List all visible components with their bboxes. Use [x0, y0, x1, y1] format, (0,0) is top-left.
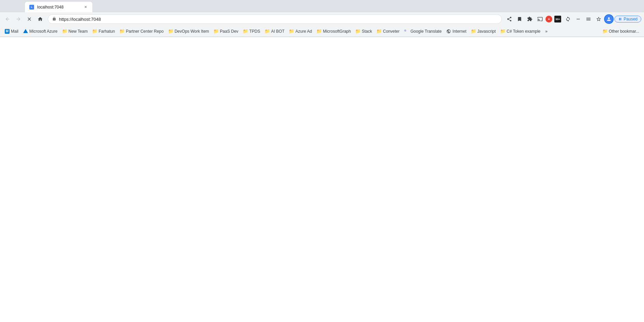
cast-button[interactable]	[535, 14, 545, 24]
azure-favicon	[23, 29, 28, 34]
farhatun-folder-icon: 📁	[92, 29, 97, 34]
bookmarks-bar: M Mail Microsoft Azure 📁 New Team 📁	[0, 26, 644, 37]
mail-favicon: M	[5, 29, 10, 34]
overflow-chevron: »	[545, 29, 548, 34]
bookmark-mail[interactable]: M Mail	[3, 27, 20, 35]
bookmark-stack[interactable]: 📁 Stack	[354, 27, 374, 35]
bookmark-tpds-label: TPDS	[249, 29, 260, 34]
profile-button[interactable]	[604, 14, 614, 24]
bookmark-button[interactable]	[515, 14, 524, 24]
back-button[interactable]	[3, 14, 12, 24]
bookmark-devops-work-item[interactable]: 📁 DevOps Work Item	[166, 27, 211, 35]
share-button[interactable]	[505, 14, 514, 24]
bookmark-farhatun-label: Farhatun	[99, 29, 115, 34]
nav-actions: ● 99+	[505, 14, 641, 24]
bookmark-paas-label: PaaS Dev	[220, 29, 238, 34]
devops-folder-icon: 📁	[168, 29, 173, 34]
bookmark-stack-label: Stack	[362, 29, 372, 34]
bookmark-mail-label: Mail	[11, 29, 18, 34]
bookmark-new-team-label: New Team	[69, 29, 88, 34]
bookmark-internet[interactable]: Internet	[444, 27, 468, 35]
bookmarks-overflow-button[interactable]: »	[544, 28, 549, 34]
bookmark-partner-center-label: Partner Center Repo	[126, 29, 164, 34]
extensions-button[interactable]	[525, 14, 535, 24]
svg-text:G: G	[404, 29, 406, 32]
google-translate-favicon: G	[404, 29, 409, 34]
bookmark-google-translate-label: Google Translate	[410, 29, 441, 34]
paused-label: Paused	[624, 17, 638, 21]
bookmark-internet-label: Internet	[452, 29, 466, 34]
tab-bar: L localhost:7048 ✕	[0, 0, 644, 12]
conveter-folder-icon: 📁	[377, 29, 381, 34]
forward-button[interactable]	[14, 14, 23, 24]
page-content	[0, 37, 644, 322]
partner-center-folder-icon: 📁	[120, 29, 124, 34]
bookmark-ai-bot-label: AI BOT	[271, 29, 284, 34]
sync-button[interactable]	[563, 14, 573, 24]
bookmark-ai-bot[interactable]: 📁 AI BOT	[263, 27, 286, 35]
url-display: https://localhost:7048	[59, 17, 497, 22]
azure-ad-folder-icon: 📁	[289, 29, 294, 34]
bookmark-javascript[interactable]: 📁 Javascript	[469, 27, 498, 35]
notification-extension-button[interactable]: 99+	[553, 14, 563, 24]
bookmark-paas-dev[interactable]: 📁 PaaS Dev	[212, 27, 240, 35]
browser-chrome: L localhost:7048 ✕ https://localhost:7	[0, 0, 644, 37]
bookmark-azure-ad-label: Azure Ad	[295, 29, 312, 34]
address-bar[interactable]: https://localhost:7048	[48, 14, 502, 24]
stop-button[interactable]	[25, 14, 34, 24]
internet-globe-icon	[446, 29, 451, 34]
tpds-folder-icon: 📁	[243, 29, 248, 34]
bookmark-farhatun[interactable]: 📁 Farhatun	[90, 27, 117, 35]
bookmark-conveter-label: Conveter	[383, 29, 400, 34]
home-button[interactable]	[35, 14, 45, 24]
bookmark-new-team[interactable]: 📁 New Team	[60, 27, 90, 35]
bookmark-other-bookmarks[interactable]: 📁 Other bookmar...	[601, 27, 641, 35]
paused-sync-button[interactable]: Paused	[614, 16, 641, 22]
microsoftgraph-folder-icon: 📁	[317, 29, 321, 34]
tab-favicon: L	[29, 4, 34, 10]
active-tab[interactable]: L localhost:7048 ✕	[25, 1, 93, 12]
minimize-button[interactable]	[573, 14, 583, 24]
bookmark-csharp-label: C# Token example	[507, 29, 540, 34]
extension-badge: 99+	[556, 18, 560, 21]
nav-bar: https://localhost:7048 ●	[0, 12, 644, 26]
favorites-button[interactable]	[594, 14, 603, 24]
other-bookmarks-folder-icon: 📁	[603, 29, 608, 34]
tab-title: localhost:7048	[37, 5, 80, 10]
bookmark-microsoftgraph-label: MicrosoftGraph	[323, 29, 351, 34]
lastpass-icon[interactable]: ●	[545, 16, 552, 22]
sidebar-toggle-button[interactable]	[584, 14, 593, 24]
csharp-folder-icon: 📁	[500, 29, 505, 34]
bookmark-microsoft-azure[interactable]: Microsoft Azure	[21, 27, 60, 35]
bookmark-microsoftgraph[interactable]: 📁 MicrosoftGraph	[315, 27, 353, 35]
bookmark-conveter[interactable]: 📁 Conveter	[375, 27, 402, 35]
bookmark-tpds[interactable]: 📁 TPDS	[241, 27, 262, 35]
lock-icon	[52, 17, 56, 22]
bookmark-javascript-label: Javascript	[477, 29, 496, 34]
new-team-folder-icon: 📁	[62, 29, 67, 34]
bookmark-azure-label: Microsoft Azure	[29, 29, 58, 34]
bookmark-other-bookmarks-label: Other bookmar...	[609, 29, 639, 34]
bookmark-azure-ad[interactable]: 📁 Azure Ad	[287, 27, 314, 35]
bookmark-csharp-token[interactable]: 📁 C# Token example	[498, 27, 542, 35]
tab-close-button[interactable]: ✕	[83, 4, 88, 10]
stack-folder-icon: 📁	[356, 29, 360, 34]
bookmark-google-translate[interactable]: G Google Translate	[402, 27, 444, 35]
ai-bot-folder-icon: 📁	[265, 29, 270, 34]
javascript-folder-icon: 📁	[471, 29, 476, 34]
bookmark-devops-label: DevOps Work Item	[175, 29, 209, 34]
paas-folder-icon: 📁	[214, 29, 219, 34]
bookmark-partner-center-repo[interactable]: 📁 Partner Center Repo	[118, 27, 166, 35]
